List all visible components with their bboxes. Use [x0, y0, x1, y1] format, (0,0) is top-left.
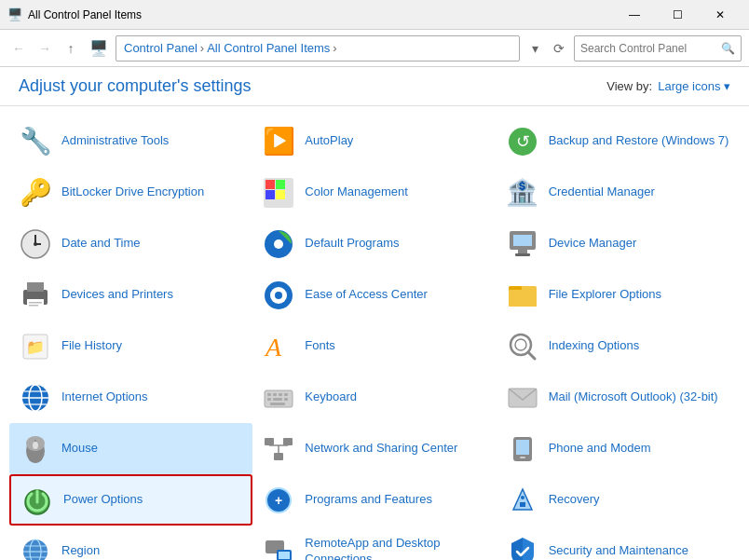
svg-rect-21 — [29, 305, 38, 307]
control-item-fonts[interactable]: AFonts — [252, 321, 496, 372]
internet-icon — [17, 379, 54, 417]
item-label-phone-modem: Phone and Modem — [549, 441, 651, 457]
item-label-recovery: Recovery — [549, 492, 600, 508]
svg-rect-42 — [279, 393, 282, 396]
svg-rect-76 — [279, 552, 290, 559]
up-button[interactable]: ↑ — [60, 37, 82, 60]
svg-rect-61 — [516, 440, 529, 455]
programs-icon: + — [260, 482, 297, 519]
control-item-device-manager[interactable]: Device Manager — [497, 218, 740, 269]
items-container: 🔧Administrative Tools▶️AutoPlay↺Backup a… — [0, 106, 749, 560]
item-label-power-options: Power Options — [63, 492, 143, 508]
svg-point-10 — [34, 242, 37, 246]
control-item-devices-printers[interactable]: Devices and Printers — [9, 269, 252, 321]
datetime-icon — [17, 225, 54, 263]
svg-rect-3 — [266, 180, 275, 189]
item-label-network-sharing: Network and Sharing Center — [305, 441, 457, 457]
credential-icon: 🏦 — [504, 174, 541, 212]
control-item-bitlocker[interactable]: 🔑BitLocker Drive Encryption — [9, 167, 252, 218]
refresh-button[interactable]: ⟳ — [548, 37, 570, 60]
svg-rect-20 — [29, 302, 42, 304]
control-item-mouse[interactable]: Mouse — [9, 423, 252, 474]
control-item-color-mgmt[interactable]: Color Management — [252, 167, 496, 218]
svg-rect-47 — [270, 403, 285, 405]
mouse-icon — [17, 430, 54, 468]
devicemgr-icon — [504, 225, 541, 263]
item-label-credential: Credential Manager — [549, 184, 655, 200]
svg-rect-15 — [518, 250, 527, 253]
back-button[interactable]: ← — [7, 37, 30, 60]
breadcrumb-all-items[interactable]: All Control Panel Items — [207, 41, 330, 55]
control-item-file-explorer[interactable]: File Explorer Options — [497, 269, 740, 321]
svg-rect-18 — [27, 282, 44, 292]
svg-point-32 — [515, 339, 526, 350]
view-by-dropdown[interactable]: Large icons ▾ — [658, 79, 730, 93]
item-label-backup-restore: Backup and Restore (Windows 7) — [549, 133, 729, 149]
control-item-backup-restore[interactable]: ↺Backup and Restore (Windows 7) — [497, 116, 740, 167]
control-item-autoplay[interactable]: ▶️AutoPlay — [252, 116, 496, 167]
search-input[interactable] — [580, 42, 721, 55]
power-icon — [19, 482, 56, 519]
main-content: Adjust your computer's settings View by:… — [0, 67, 749, 560]
forward-button[interactable]: → — [34, 37, 56, 60]
svg-rect-55 — [283, 438, 293, 445]
item-label-file-history: File History — [61, 338, 122, 354]
admin-icon: 🔧 — [17, 123, 54, 160]
control-item-region[interactable]: Region — [9, 526, 252, 560]
svg-text:📁: 📁 — [26, 338, 45, 356]
svg-rect-27 — [509, 290, 537, 307]
item-label-color-mgmt: Color Management — [305, 184, 408, 200]
control-item-power-options[interactable]: Power Options — [9, 474, 252, 526]
close-button[interactable]: ✕ — [699, 0, 742, 30]
breadcrumb-control-panel[interactable]: Control Panel — [124, 41, 197, 55]
control-item-remoteapp[interactable]: RemoteApp and Desktop Connections — [252, 526, 496, 560]
control-item-file-history[interactable]: 📁File History — [9, 321, 252, 372]
item-label-keyboard: Keyboard — [305, 389, 357, 405]
control-item-ease-access[interactable]: Ease of Access Center — [252, 269, 496, 321]
security-icon — [504, 533, 541, 561]
item-label-admin-tools: Administrative Tools — [61, 133, 169, 149]
item-label-default-programs: Default Programs — [305, 236, 399, 252]
control-item-programs-features[interactable]: +Programs and Features — [252, 474, 496, 526]
maximize-button[interactable]: ☐ — [656, 0, 699, 30]
control-item-network-sharing[interactable]: Network and Sharing Center — [252, 423, 496, 474]
svg-rect-62 — [520, 457, 525, 458]
control-item-keyboard[interactable]: Keyboard — [252, 372, 496, 423]
control-item-credential[interactable]: 🏦Credential Manager — [497, 167, 740, 218]
svg-rect-5 — [266, 190, 275, 199]
control-item-date-time[interactable]: Date and Time — [9, 218, 252, 269]
view-by-control: View by: Large icons ▾ — [606, 79, 730, 93]
address-bar: ← → ↑ 🖥️ Control Panel › All Control Pan… — [0, 30, 749, 67]
item-label-devices-printers: Devices and Printers — [61, 287, 173, 303]
color-icon — [260, 174, 297, 212]
control-item-admin-tools[interactable]: 🔧Administrative Tools — [9, 116, 252, 167]
control-item-security-maintenance[interactable]: Security and Maintenance — [497, 526, 740, 560]
control-item-default-programs[interactable]: Default Programs — [252, 218, 496, 269]
control-item-indexing[interactable]: Indexing Options — [497, 321, 740, 372]
ease-icon — [260, 277, 297, 314]
search-icon: 🔍 — [721, 42, 735, 55]
bitlocker-icon: 🔑 — [17, 174, 54, 212]
item-label-mail: Mail (Microsoft Outlook) (32-bit) — [549, 389, 718, 405]
address-path: Control Panel › All Control Panel Items … — [116, 35, 520, 61]
control-item-internet-options[interactable]: Internet Options — [9, 372, 252, 423]
search-box: 🔍 — [574, 35, 742, 61]
dropdown-button[interactable]: ▾ — [524, 37, 546, 60]
mail-icon — [504, 379, 541, 417]
control-item-mail[interactable]: Mail (Microsoft Outlook) (32-bit) — [497, 372, 740, 423]
svg-rect-44 — [267, 398, 271, 401]
control-item-phone-modem[interactable]: Phone and Modem — [497, 423, 740, 474]
svg-point-68 — [521, 496, 524, 499]
item-label-security-maintenance: Security and Maintenance — [549, 543, 688, 559]
view-by-label: View by: — [606, 79, 652, 93]
item-label-fonts: Fonts — [305, 338, 335, 354]
autoplay-icon: ▶️ — [260, 123, 297, 160]
remoteapp-icon — [260, 533, 297, 561]
svg-rect-19 — [27, 299, 44, 308]
item-label-device-manager: Device Manager — [549, 236, 637, 252]
item-label-mouse: Mouse — [61, 441, 98, 457]
svg-rect-41 — [273, 393, 277, 396]
minimize-button[interactable]: — — [613, 0, 656, 30]
control-item-recovery[interactable]: Recovery — [497, 474, 740, 526]
filehistory-icon: 📁 — [17, 328, 54, 365]
